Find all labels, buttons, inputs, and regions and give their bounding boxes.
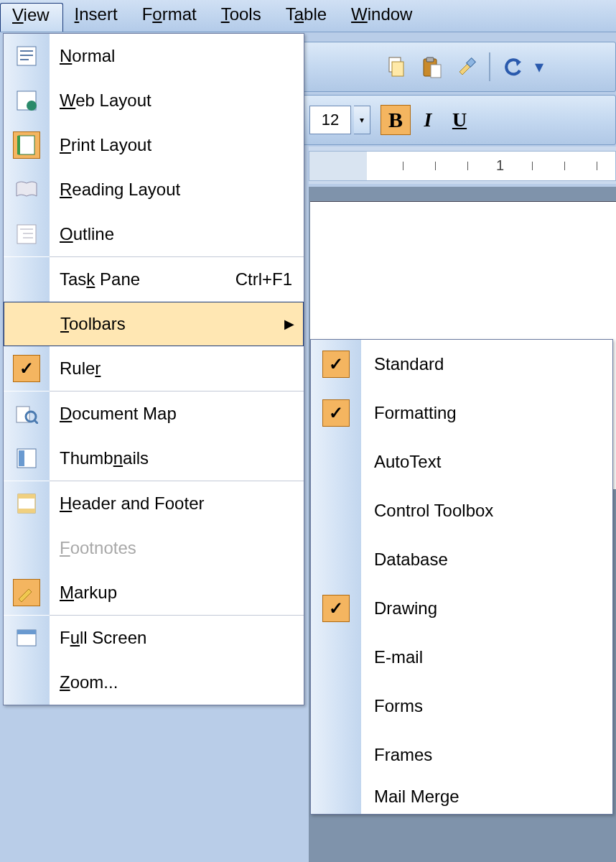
svg-rect-13 <box>17 136 20 154</box>
menu-format[interactable]: Format <box>131 0 210 32</box>
view-task-pane[interactable]: Task Pane Ctrl+F1 <box>4 257 304 302</box>
outline-icon <box>14 221 39 247</box>
undo-dropdown[interactable]: ▾ <box>532 51 546 83</box>
toolbars-submenu: ✓ Standard ✓ Formatting AutoText Control… <box>310 339 613 815</box>
view-web-layout[interactable]: Web Layout <box>4 78 304 123</box>
svg-rect-27 <box>17 630 36 634</box>
svg-rect-1 <box>392 62 403 76</box>
svg-rect-25 <box>18 509 35 513</box>
reading-layout-icon <box>14 177 39 203</box>
ruler-number: 1 <box>496 157 504 174</box>
check-icon: ✓ <box>322 351 350 378</box>
undo-button[interactable] <box>498 51 529 83</box>
view-outline[interactable]: Outline <box>4 212 304 256</box>
toolbar-item-database[interactable]: Database <box>311 535 612 584</box>
view-footnotes[interactable]: Footnotes <box>4 526 304 570</box>
font-size-dropdown[interactable]: ▾ <box>354 106 370 134</box>
thumbnails-icon <box>14 445 39 471</box>
check-icon: ✓ <box>322 595 350 622</box>
toolbar-item-control-toolbox[interactable]: Control Toolbox <box>311 486 612 535</box>
toolbar-item-formatting[interactable]: ✓ Formatting <box>311 389 612 437</box>
ruler[interactable]: 1 <box>309 151 616 181</box>
toolbar-separator <box>489 52 490 81</box>
toolbar-item-mail-merge[interactable]: Mail Merge <box>311 779 612 814</box>
menu-tools[interactable]: Tools <box>210 0 274 32</box>
task-pane-shortcut: Ctrl+F1 <box>235 269 304 289</box>
web-layout-icon <box>14 88 39 113</box>
svg-line-20 <box>34 420 38 424</box>
svg-rect-12 <box>19 136 34 154</box>
normal-view-icon <box>14 43 39 69</box>
document-map-icon <box>14 401 39 427</box>
toolbar-item-autotext[interactable]: AutoText <box>311 437 612 486</box>
toolbar-item-standard[interactable]: ✓ Standard <box>311 340 612 389</box>
menu-table[interactable]: Table <box>274 0 340 32</box>
svg-rect-24 <box>18 494 35 499</box>
view-markup[interactable]: Markup <box>4 570 304 615</box>
view-normal[interactable]: Normal <box>4 34 304 78</box>
svg-point-11 <box>27 101 37 111</box>
svg-rect-22 <box>19 450 24 466</box>
view-ruler[interactable]: ✓ Ruler <box>4 346 304 391</box>
menu-insert[interactable]: Insert <box>63 0 131 32</box>
toolbar-item-drawing[interactable]: ✓ Drawing <box>311 584 612 633</box>
print-layout-icon <box>13 131 40 159</box>
view-reading-layout[interactable]: Reading Layout <box>4 167 304 212</box>
view-menu-dropdown: Normal Web Layout Print Layout Reading L… <box>3 33 304 705</box>
full-screen-icon <box>14 625 39 651</box>
menu-window[interactable]: Window <box>340 0 425 32</box>
submenu-arrow-icon: ▶ <box>284 316 294 332</box>
markup-icon <box>13 579 40 606</box>
view-thumbnails[interactable]: Thumbnails <box>4 436 304 481</box>
check-icon: ✓ <box>13 355 40 382</box>
underline-button[interactable]: U <box>445 106 474 134</box>
view-zoom[interactable]: Zoom... <box>4 660 304 705</box>
toolbar-item-email[interactable]: E-mail <box>311 633 612 682</box>
paste-button[interactable] <box>416 51 447 83</box>
menubar: View Insert Format Tools Table Window <box>0 0 616 32</box>
copy-button[interactable] <box>381 51 413 83</box>
format-painter-button[interactable] <box>450 51 482 83</box>
view-header-footer[interactable]: Header and Footer <box>4 481 304 526</box>
view-document-map[interactable]: Document Map <box>4 391 304 436</box>
bold-button[interactable]: B <box>381 105 411 135</box>
view-print-layout[interactable]: Print Layout <box>4 123 304 167</box>
font-size-field[interactable]: 12 <box>309 106 351 134</box>
view-toolbars[interactable]: Toolbars ▶ <box>4 302 304 346</box>
svg-rect-4 <box>431 65 441 78</box>
toolbar-item-forms[interactable]: Forms <box>311 682 612 731</box>
svg-rect-14 <box>17 225 36 244</box>
italic-button[interactable]: I <box>414 106 442 134</box>
check-icon: ✓ <box>322 399 350 427</box>
header-footer-icon <box>14 491 39 516</box>
svg-rect-3 <box>426 57 434 62</box>
toolbar-item-frames[interactable]: Frames <box>311 731 612 779</box>
view-full-screen[interactable]: Full Screen <box>4 616 304 660</box>
menu-view[interactable]: View <box>0 3 63 32</box>
